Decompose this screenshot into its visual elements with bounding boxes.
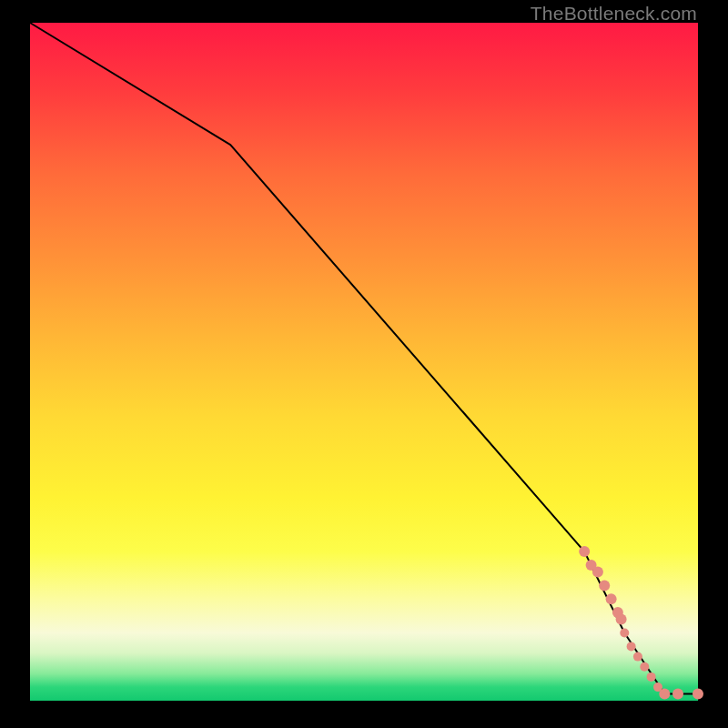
chart-svg — [0, 0, 728, 728]
data-point — [616, 614, 627, 625]
data-point — [579, 546, 590, 557]
data-point — [627, 642, 636, 651]
data-point — [693, 689, 703, 700]
bottleneck-curve — [30, 23, 698, 694]
data-point — [633, 652, 642, 662]
data-point — [592, 567, 603, 578]
data-point — [606, 593, 617, 604]
data-point — [672, 689, 683, 700]
data-point — [599, 580, 610, 591]
scatter-points-group — [579, 546, 703, 699]
data-point — [647, 672, 656, 682]
data-point — [659, 689, 670, 700]
data-point — [620, 629, 629, 638]
data-point — [640, 662, 649, 672]
